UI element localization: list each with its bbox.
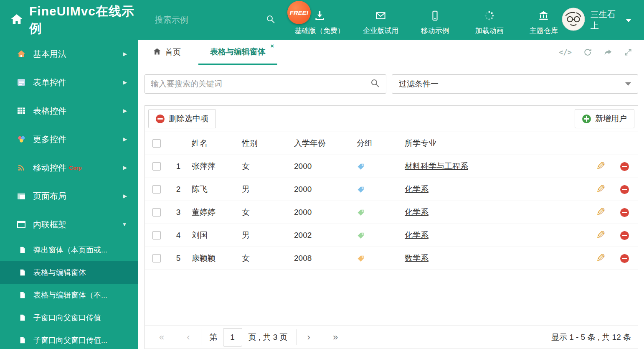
delete-icon[interactable] [620,231,629,240]
tab-home[interactable]: 首页 [145,40,189,65]
sidebar-item-page-layout[interactable]: 页面布局 [0,182,138,210]
row-checkbox[interactable] [152,208,161,217]
keyword-searchbox [145,74,386,94]
top-header: FineUIMvc在线示例 FREE! 基础版（免费） [0,0,644,40]
delete-icon[interactable] [620,185,629,194]
grid-toolbar: 删除选中项 新增用户 [145,106,638,132]
page-number-input[interactable] [223,328,242,346]
header-search-input[interactable] [155,15,266,25]
edit-icon[interactable] [596,161,606,172]
fullscreen-icon[interactable] [624,48,632,56]
tag-icon [352,255,401,262]
brand-home[interactable]: FineUIMvc在线示例 [0,3,141,37]
close-icon[interactable] [270,42,274,49]
filter-row: 过滤条件一 [145,74,638,94]
edit-icon[interactable] [596,253,606,264]
nav-mobile-demo[interactable]: 移动示例 [417,10,453,36]
major-link[interactable]: 化学系 [405,208,428,217]
edit-icon[interactable] [596,184,606,195]
sidebar-subitem-child-to-parent-2[interactable]: 子窗口向父窗口传值... [0,329,138,349]
nav-loading-anim[interactable]: 加载动画 [472,10,507,36]
next-page-icon[interactable] [305,332,313,343]
chevron-down-icon [626,19,631,22]
form-icon [16,77,27,87]
home-icon [153,47,161,58]
tab-grid-edit-window[interactable]: 表格与编辑窗体 [198,40,277,65]
tag-icon [352,186,401,194]
delete-icon[interactable] [620,162,629,171]
delete-icon[interactable] [620,254,629,263]
major-link[interactable]: 材料科学与工程系 [405,162,468,171]
row-checkbox[interactable] [152,185,161,194]
table-row[interactable]: 2 陈飞 男 2000 化学系 [145,178,638,201]
download-icon [314,10,325,23]
table-row[interactable]: 4 刘国 男 2002 化学系 [145,224,638,247]
source-code-icon[interactable] [559,48,572,56]
row-number: 3 [169,208,188,217]
delete-icon[interactable] [620,208,629,217]
row-checkbox[interactable] [152,162,161,171]
select-all-checkbox[interactable] [152,139,161,148]
sidebar-item-form-controls[interactable]: 表单控件 [0,68,138,97]
chevron-right-icon [123,193,127,199]
sidebar-item-basic-usage[interactable]: 基本用法 [0,40,138,68]
delete-selected-button[interactable]: 删除选中项 [148,109,216,128]
plus-circle-icon [582,115,591,123]
table-header-row: 姓名 性别 入学年份 分组 所学专业 [145,132,638,155]
edit-icon[interactable] [596,207,606,218]
page-label-total: 页 , 共 3 页 [248,332,288,343]
column-header-year: 入学年份 [290,138,352,149]
prev-page-icon[interactable] [184,332,192,343]
cell-gender: 女 [238,161,290,172]
sidebar-item-more-controls[interactable]: 更多控件 [0,125,138,153]
sidebar-item-iframe[interactable]: 内联框架 [0,210,138,239]
sidebar-subitem-child-to-parent[interactable]: 子窗口向父窗口传值 [0,306,138,329]
row-checkbox[interactable] [152,254,161,262]
filter-dropdown[interactable]: 过滤条件一 [392,74,638,94]
cell-year: 2008 [290,254,352,263]
user-name: 三生石上 [591,9,620,31]
page-label-prefix: 第 [210,332,218,343]
sidebar-subitem-grid-edit-window[interactable]: 表格与编辑窗体 [0,261,138,284]
page-icon [18,336,27,344]
refresh-icon[interactable] [583,48,592,57]
nav-theme-store[interactable]: 主题仓库 [526,10,562,36]
keyword-search-input[interactable] [151,79,370,89]
add-user-button[interactable]: 新增用户 [575,109,634,128]
first-page-icon[interactable] [157,332,167,343]
search-icon[interactable] [370,78,380,90]
layout-icon [16,191,27,201]
grid-empty-space [145,270,638,325]
header-search [155,14,245,26]
nav-enterprise-trial[interactable]: 企业版试用 [363,10,399,36]
cell-gender: 男 [238,184,290,195]
cell-year: 2000 [290,185,352,194]
major-link[interactable]: 化学系 [405,185,428,194]
sidebar-subitem-grid-edit-window-2[interactable]: 表格与编辑窗体（不... [0,284,138,306]
open-in-new-icon[interactable] [603,48,613,57]
table-row[interactable]: 5 康颖颖 女 2008 数学系 [145,247,638,270]
pagination-bar: 第 页 , 共 3 页 显示 1 - 5 条 , 共 12 条 [145,325,638,349]
sidebar-item-grid-controls[interactable]: 表格控件 [0,97,138,125]
chevron-down-icon [122,222,127,227]
divider [201,329,201,345]
user-menu[interactable]: 三生石上 [562,8,644,33]
search-icon[interactable] [266,14,276,26]
sidebar-item-mobile-controls[interactable]: 移动控件 Corp [0,153,138,182]
cell-name: 刘国 [188,230,238,241]
chevron-right-icon [123,51,127,57]
spinner-icon [484,10,495,23]
table-row[interactable]: 3 董婷婷 女 2000 化学系 [145,201,638,224]
cell-name: 张萍萍 [188,161,238,172]
column-header-group: 分组 [352,138,401,149]
sidebar-subitem-popup-window[interactable]: 弹出窗体（本页面或... [0,239,138,261]
tab-bar: 首页 表格与编辑窗体 [138,40,644,65]
main-content: 首页 表格与编辑窗体 [138,40,644,349]
edit-icon[interactable] [596,230,606,241]
major-link[interactable]: 化学系 [405,231,428,239]
major-link[interactable]: 数学系 [405,254,428,262]
row-checkbox[interactable] [152,231,161,239]
table-row[interactable]: 1 张萍萍 女 2000 材料科学与工程系 [145,155,638,178]
table-icon [16,106,27,116]
last-page-icon[interactable] [330,332,340,343]
